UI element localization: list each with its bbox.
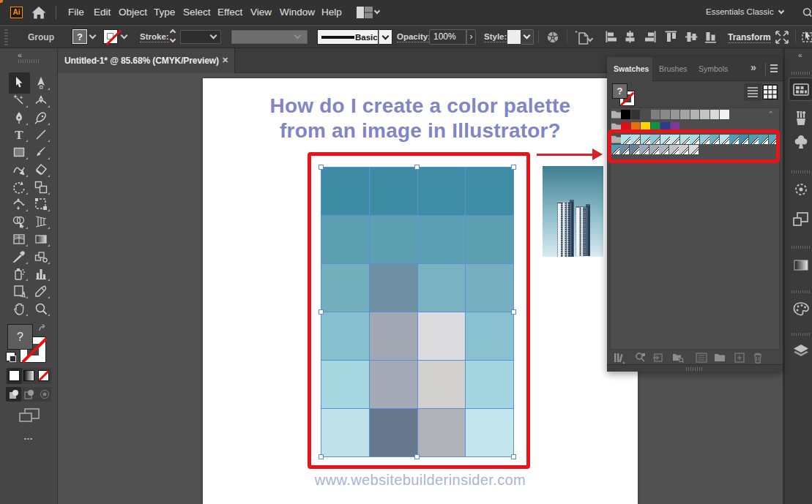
svg-text:T: T: [15, 128, 23, 141]
